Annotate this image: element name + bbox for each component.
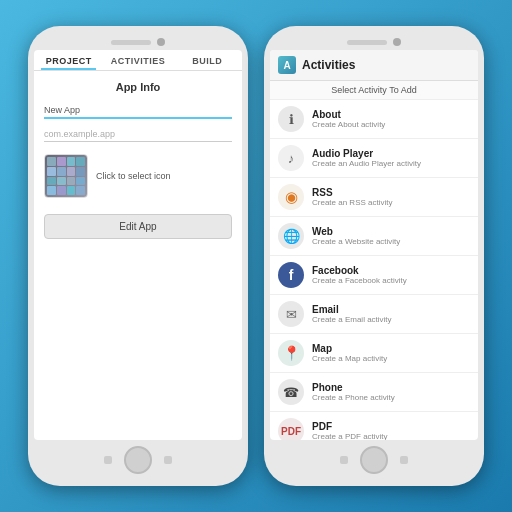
about-name: About	[312, 109, 470, 120]
select-activity-label: Select Activity To Add	[270, 81, 478, 100]
map-desc: Create a Map activity	[312, 354, 470, 363]
screen-title: App Info	[44, 81, 232, 93]
package-placeholder: com.example.app	[44, 127, 232, 142]
edit-app-button[interactable]: Edit App	[44, 214, 232, 239]
pdf-icon: PDF	[278, 418, 304, 440]
map-name: Map	[312, 343, 470, 354]
phone-name: Phone	[312, 382, 470, 393]
activity-pdf[interactable]: PDF PDF Create a PDF activity	[270, 412, 478, 440]
home-button-right[interactable]	[360, 446, 388, 474]
about-desc: Create About activity	[312, 120, 470, 129]
rss-icon: ◉	[278, 184, 304, 210]
pdf-name: PDF	[312, 421, 470, 432]
phone-top-bar-right	[270, 32, 478, 50]
web-desc: Create a Website activity	[312, 237, 470, 246]
about-icon: ℹ	[278, 106, 304, 132]
icon-click-label[interactable]: Click to select icon	[96, 171, 171, 181]
activity-about[interactable]: ℹ About Create About activity	[270, 100, 478, 139]
tab-bar: PROJECT ACTIVITIES BUILD	[34, 50, 242, 71]
back-button[interactable]	[104, 456, 112, 464]
audio-icon: ♪	[278, 145, 304, 171]
activity-phone[interactable]: ☎ Phone Create a Phone activity	[270, 373, 478, 412]
facebook-desc: Create a Facebook activity	[312, 276, 470, 285]
rss-desc: Create an RSS activity	[312, 198, 470, 207]
activity-email[interactable]: ✉ Email Create a Email activity	[270, 295, 478, 334]
email-icon: ✉	[278, 301, 304, 327]
tab-project[interactable]: PROJECT	[34, 50, 103, 70]
map-icon: 📍	[278, 340, 304, 366]
phone-top-bar	[34, 32, 242, 50]
speaker	[111, 40, 151, 45]
tab-activities[interactable]: ACTIVITIES	[103, 50, 172, 70]
camera	[157, 38, 165, 46]
home-button[interactable]	[124, 446, 152, 474]
facebook-icon: f	[278, 262, 304, 288]
phone-icon: ☎	[278, 379, 304, 405]
email-name: Email	[312, 304, 470, 315]
activities-header-icon: A	[278, 56, 296, 74]
activity-map[interactable]: 📍 Map Create a Map activity	[270, 334, 478, 373]
app-info-content: App Info New App com.example.app	[34, 71, 242, 440]
activity-audio-player[interactable]: ♪ Audio Player Create an Audio Player ac…	[270, 139, 478, 178]
activity-facebook[interactable]: f Facebook Create a Facebook activity	[270, 256, 478, 295]
web-name: Web	[312, 226, 470, 237]
left-phone: PROJECT ACTIVITIES BUILD App Info New Ap…	[28, 26, 248, 486]
phone-desc: Create a Phone activity	[312, 393, 470, 402]
menu-button-right[interactable]	[400, 456, 408, 464]
activities-header: A Activities	[270, 50, 478, 81]
facebook-name: Facebook	[312, 265, 470, 276]
audio-name: Audio Player	[312, 148, 470, 159]
app-name-field: New App	[44, 105, 232, 119]
icon-thumbnail[interactable]	[44, 154, 88, 198]
activity-list: ℹ About Create About activity ♪ Audio Pl…	[270, 100, 478, 440]
phone-bottom-bar-right	[270, 440, 478, 480]
speaker-right	[347, 40, 387, 45]
right-phone: A Activities Select Activity To Add ℹ Ab…	[264, 26, 484, 486]
web-icon: 🌐	[278, 223, 304, 249]
camera-right	[393, 38, 401, 46]
activity-web[interactable]: 🌐 Web Create a Website activity	[270, 217, 478, 256]
tab-build[interactable]: BUILD	[173, 50, 242, 70]
right-screen: A Activities Select Activity To Add ℹ Ab…	[270, 50, 478, 440]
left-screen: PROJECT ACTIVITIES BUILD App Info New Ap…	[34, 50, 242, 440]
audio-desc: Create an Audio Player activity	[312, 159, 470, 168]
email-desc: Create a Email activity	[312, 315, 470, 324]
package-field: com.example.app	[44, 127, 232, 142]
back-button-right[interactable]	[340, 456, 348, 464]
menu-button[interactable]	[164, 456, 172, 464]
activities-header-title: Activities	[302, 58, 355, 72]
activity-rss[interactable]: ◉ RSS Create an RSS activity	[270, 178, 478, 217]
phone-bottom-bar	[34, 440, 242, 480]
app-name-label: New App	[44, 105, 232, 115]
icon-selector[interactable]: Click to select icon	[44, 154, 232, 198]
rss-name: RSS	[312, 187, 470, 198]
pdf-desc: Create a PDF activity	[312, 432, 470, 440]
